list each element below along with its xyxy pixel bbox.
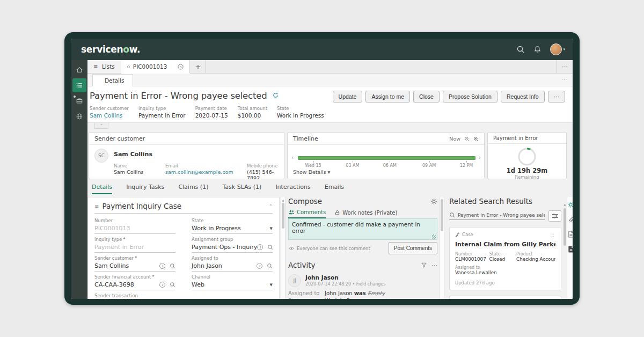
result-title[interactable]: Internal Claim from Gilly Parker <box>455 241 555 248</box>
info-icon[interactable]: i <box>159 282 165 288</box>
customer-avatar: SC <box>94 149 108 163</box>
tab-interactions[interactable]: Interactions <box>275 184 310 194</box>
change-new-value: John Jason <box>325 290 353 296</box>
result-menu-button[interactable]: ⋮ <box>551 232 555 237</box>
related-result-card[interactable]: Case ⋮ Internal Claim from Gilly Parker … <box>449 227 561 290</box>
avatar[interactable] <box>550 43 562 55</box>
scroll-up-icon[interactable]: ▲ <box>564 201 566 207</box>
scrollbar-thumb[interactable] <box>282 203 284 229</box>
close-tab-icon[interactable] <box>178 64 184 70</box>
filter-funnel-icon[interactable] <box>421 262 427 268</box>
zoom-in-icon[interactable] <box>473 136 479 142</box>
field-sender-customer: Sender customer* Sam Collins i <box>94 255 175 273</box>
search-icon[interactable] <box>516 45 525 54</box>
activity-scrollbar[interactable] <box>440 197 444 299</box>
tab-lists[interactable]: ≡Lists <box>87 60 121 73</box>
collapse-section-icon[interactable]: ⌃ <box>269 204 273 209</box>
timeline-now-button[interactable]: Now <box>449 136 460 142</box>
field-label: Channel <box>192 274 210 280</box>
chevron-up-icon: ⌃ <box>100 123 103 128</box>
lookup-icon[interactable] <box>170 263 175 269</box>
tab-claims[interactable]: Claims (1) <box>178 184 208 194</box>
notes-document-icon[interactable] <box>568 246 573 253</box>
lookup-icon[interactable] <box>170 282 175 288</box>
refresh-icon[interactable] <box>272 92 279 99</box>
info-icon[interactable]: i <box>257 263 262 269</box>
related-search-tool-icon[interactable] <box>567 201 573 208</box>
workspace-tab-bar: ≡Lists PIC0001013 + ⋯ <box>87 60 573 74</box>
more-actions-button[interactable]: ⋯ <box>548 91 566 102</box>
update-button[interactable]: Update <box>333 91 363 102</box>
activity-more-button[interactable]: ⋯ <box>431 262 437 269</box>
tab-bar-more-button[interactable]: ⋯ <box>557 60 573 73</box>
subtab-more-button[interactable]: ⋯ <box>562 76 567 82</box>
list-icon <box>76 82 83 89</box>
lookup-icon[interactable] <box>267 244 273 250</box>
add-tab-button[interactable]: + <box>190 60 206 73</box>
ribbon-value: Work in Progress <box>277 112 324 119</box>
form-menu-icon[interactable]: ≡ <box>94 203 99 209</box>
show-details-button[interactable]: Show Details ▾ <box>293 169 330 175</box>
lookup-icon[interactable] <box>267 263 273 269</box>
close-button[interactable]: Close <box>413 91 440 102</box>
timeline-next-button[interactable]: › <box>479 155 481 160</box>
tab-record-pic0001013[interactable]: PIC0001013 <box>121 60 191 74</box>
assigned-to-field[interactable]: John Jason i <box>192 262 273 272</box>
sidebar-item-lists[interactable] <box>72 78 86 92</box>
ribbon-value-link[interactable]: Sam Collins <box>90 112 129 119</box>
timeline-prev-button[interactable]: ‹ <box>291 155 294 160</box>
field-valid-claim: Valid claim <box>192 293 273 299</box>
email-link[interactable]: sam.collins@example.com <box>165 169 247 175</box>
scrollbar-thumb[interactable] <box>564 208 566 246</box>
timeline-card: Timeline Now ‹ › <box>287 132 485 179</box>
timeline-tick-label: 06 AM <box>383 163 397 168</box>
form-scrollbar[interactable]: ▲ <box>281 197 286 299</box>
info-icon[interactable]: i <box>257 244 263 250</box>
field-assignment-group: Assignment group Payment Ops - Inquiry i <box>192 237 273 254</box>
activity-title: Activity <box>288 261 316 269</box>
related-search-input[interactable]: Payment in Error - Wrong payee selected <box>449 212 545 220</box>
tab-comments[interactable]: Comments <box>288 209 326 218</box>
attachments-paperclip-icon[interactable] <box>568 216 573 223</box>
tab-emails[interactable]: Emails <box>325 184 344 194</box>
request-info-button[interactable]: Request Info <box>501 91 545 102</box>
tab-task-slas[interactable]: Task SLAs (1) <box>222 184 261 194</box>
scrollbar-thumb[interactable] <box>441 199 443 231</box>
globe-icon <box>76 113 83 120</box>
sender-financial-account-field[interactable]: CA-CAA-3698 i <box>94 281 175 290</box>
search-query-text: Payment in Error - Wrong payee selected <box>458 213 545 218</box>
propose-solution-button[interactable]: Propose Solution <box>443 91 497 102</box>
notifications-bell-icon[interactable] <box>533 46 541 54</box>
info-icon[interactable]: i <box>159 263 165 269</box>
channel-select[interactable]: Web▼ <box>192 281 273 290</box>
tab-inquiry-tasks[interactable]: Inquiry Tasks <box>126 184 164 194</box>
state-select[interactable]: Work in Progress▼ <box>192 224 273 234</box>
assignment-group-field[interactable]: Payment Ops - Inquiry i <box>192 243 273 253</box>
document-icon[interactable] <box>568 231 573 238</box>
search-settings-button[interactable] <box>548 210 561 222</box>
sender-customer-field[interactable]: Sam Collins i <box>94 262 175 272</box>
post-comments-button[interactable]: Post Comments <box>389 242 437 254</box>
tab-work-notes[interactable]: Work notes (Private) <box>334 209 397 218</box>
user-menu[interactable]: ▾ <box>550 43 565 55</box>
sla-card: Payment in Error 1d 19h 29m Remaining <box>487 132 567 179</box>
resize-handle[interactable] <box>432 235 436 239</box>
scroll-up-icon[interactable]: ▲ <box>282 197 284 203</box>
sidebar-item-home[interactable] <box>72 63 86 77</box>
customer-field: Emailsam.collins@example.com <box>165 163 247 179</box>
zoom-out-icon[interactable] <box>464 136 470 142</box>
comment-input[interactable]: Confirmed - customer did make a payment … <box>288 218 437 240</box>
compose-tabs: Comments Work notes (Private) <box>288 209 437 218</box>
related-result-card[interactable]: Case ⋮ External Claim from HFC Bank Numb… <box>449 296 561 299</box>
tab-details[interactable]: Details <box>92 184 112 194</box>
assign-to-me-button[interactable]: Assign to me <box>365 91 410 102</box>
related-scrollbar[interactable]: ▲ <box>563 197 567 299</box>
ribbon-field: StateWork in Progress <box>277 106 324 119</box>
collapse-header-button[interactable]: ⌃ <box>94 123 108 129</box>
compose-activity-panel: Compose Comments Work notes (Private) <box>288 197 437 299</box>
timeline-span-bar[interactable] <box>298 156 475 160</box>
subtab-details[interactable]: Details <box>92 74 133 86</box>
sidebar-item-inbox[interactable] <box>72 94 86 108</box>
sidebar-item-community[interactable] <box>72 109 86 123</box>
gear-icon[interactable] <box>430 198 437 205</box>
